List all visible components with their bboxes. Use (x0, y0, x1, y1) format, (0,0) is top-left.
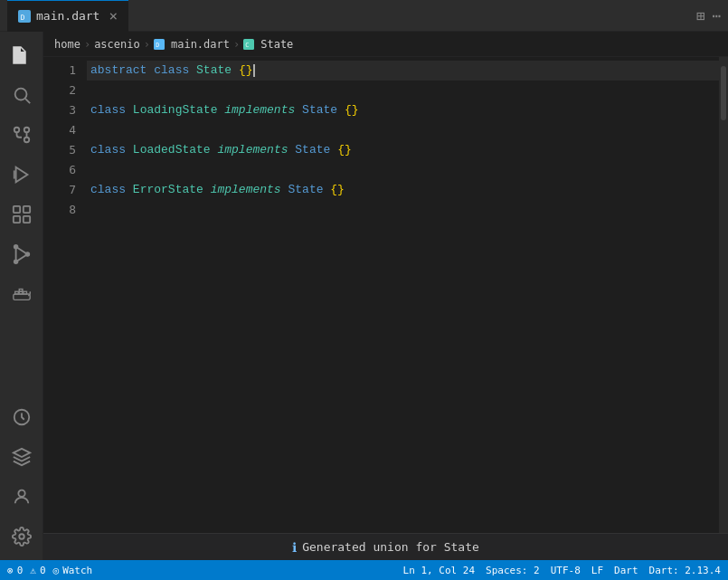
dart-breadcrumb-icon: D (154, 39, 165, 50)
more-actions-icon[interactable]: ⋯ (712, 7, 721, 24)
extensions-icon[interactable] (5, 198, 38, 231)
svg-rect-25 (19, 290, 23, 292)
breadcrumb: home › ascenio › D main.dart › C State (43, 32, 728, 57)
dart-version[interactable]: Dart: 2.13.4 (649, 565, 721, 576)
cursor-position[interactable]: Ln 1, Col 24 (403, 565, 475, 576)
class-breadcrumb-icon: C (243, 39, 254, 50)
activity-bar (0, 32, 43, 560)
split-editor-icon[interactable]: ⊞ (696, 7, 705, 24)
svg-line-5 (25, 99, 30, 103)
code-line-8 (87, 200, 719, 220)
svg-rect-3 (16, 58, 24, 60)
run-icon[interactable] (5, 238, 38, 271)
notification-bar: ℹ Generated union for State (43, 533, 728, 560)
code-line-3: class LoadingState implements State {} (87, 100, 719, 120)
encoding[interactable]: UTF-8 (551, 565, 581, 576)
files-icon[interactable] (5, 39, 38, 71)
timeline-icon[interactable] (5, 401, 38, 433)
error-icon: ⊗ (7, 565, 14, 576)
editor-tab[interactable]: D main.dart × (7, 0, 128, 32)
breadcrumb-home[interactable]: home (54, 38, 80, 51)
svg-rect-15 (13, 216, 19, 223)
svg-point-18 (14, 245, 17, 249)
settings-icon[interactable] (5, 520, 38, 553)
code-editor[interactable]: abstract class State {} class (87, 57, 719, 533)
svg-point-8 (24, 128, 29, 133)
tab-close-button[interactable]: × (109, 7, 118, 24)
svg-rect-16 (23, 216, 29, 223)
language-mode[interactable]: Dart (614, 565, 638, 576)
svg-rect-22 (14, 291, 18, 294)
line-numbers: 1 2 3 4 5 6 7 8 (43, 57, 87, 533)
status-bar: ⊗ 0 ⚠ 0 ◎ Watch Ln 1, Col 24 Spaces: 2 U… (0, 560, 728, 580)
error-count[interactable]: ⊗ 0 ⚠ 0 (7, 565, 46, 576)
remote-icon[interactable] (5, 441, 38, 473)
code-line-4 (87, 120, 719, 140)
svg-rect-13 (13, 206, 19, 213)
line-ending[interactable]: LF (591, 565, 603, 576)
account-icon[interactable] (5, 480, 38, 513)
svg-point-27 (18, 490, 24, 497)
svg-point-28 (19, 534, 24, 539)
warning-icon: ⚠ (30, 565, 36, 576)
editor-container: 1 2 3 4 5 6 7 8 abstract class (43, 57, 728, 533)
editor-scrollbar[interactable] (719, 57, 728, 533)
svg-rect-2 (16, 55, 22, 57)
watch-item[interactable]: ◎ Watch (53, 565, 93, 576)
tab-label: main.dart (36, 9, 99, 23)
search-icon[interactable] (5, 79, 38, 111)
notification-text: Generated union for State (302, 540, 479, 554)
code-line-5: class LoadedState implements State {} (87, 140, 719, 160)
breadcrumb-state[interactable]: C State (243, 38, 293, 51)
dart-file-icon: D (18, 10, 31, 23)
code-line-2 (87, 81, 719, 100)
source-control-icon[interactable] (5, 119, 38, 151)
svg-rect-24 (23, 291, 26, 294)
debug-run-icon[interactable] (5, 158, 38, 191)
svg-point-4 (14, 89, 26, 100)
code-line-1: abstract class State {} (87, 61, 719, 81)
content-area: home › ascenio › D main.dart › C State (43, 32, 728, 560)
svg-text:D: D (21, 13, 25, 21)
svg-text:C: C (245, 42, 249, 49)
code-line-6 (87, 160, 719, 180)
watch-icon: ◎ (53, 565, 60, 576)
breadcrumb-file[interactable]: D main.dart (154, 38, 230, 51)
svg-rect-14 (23, 206, 29, 213)
indentation[interactable]: Spaces: 2 (486, 565, 540, 576)
docker-icon[interactable] (5, 278, 38, 310)
title-bar: D main.dart × ⊞ ⋯ (0, 0, 728, 32)
svg-point-20 (14, 260, 17, 263)
svg-point-6 (14, 128, 19, 133)
info-icon: ℹ (292, 540, 297, 555)
scrollbar-thumb[interactable] (721, 66, 726, 120)
svg-rect-21 (13, 294, 29, 300)
status-left: ⊗ 0 ⚠ 0 ◎ Watch (7, 565, 92, 576)
svg-text:D: D (156, 42, 159, 49)
title-bar-actions: ⊞ ⋯ (696, 7, 721, 24)
svg-point-19 (25, 252, 29, 256)
activity-bar-bottom (5, 401, 38, 560)
status-right: Ln 1, Col 24 Spaces: 2 UTF-8 LF Dart Dar… (403, 565, 721, 576)
main-layout: home › ascenio › D main.dart › C State (0, 32, 728, 560)
breadcrumb-ascenio[interactable]: ascenio (94, 38, 140, 51)
code-line-7: class ErrorState implements State {} (87, 180, 719, 200)
svg-point-7 (24, 138, 29, 143)
editor[interactable]: 1 2 3 4 5 6 7 8 abstract class (43, 57, 719, 533)
